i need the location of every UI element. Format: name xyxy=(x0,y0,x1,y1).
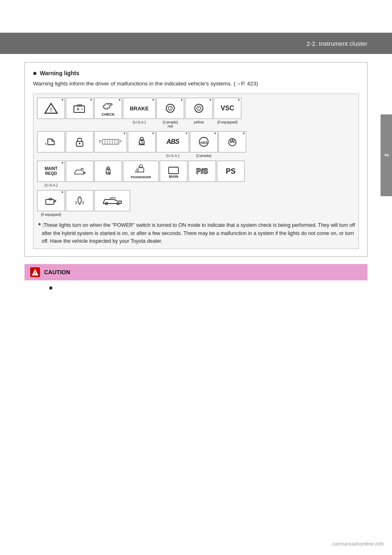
icons-row-1: * ! * xyxy=(37,97,355,129)
hybrid-icon-cell: * (if equipped) xyxy=(37,190,65,217)
svg-rect-37 xyxy=(46,199,54,204)
icons-row-3-cells: * MAINTREQD (U.S.A.) xyxy=(37,160,355,187)
svg-text:!: ! xyxy=(169,106,171,111)
warning-triangle-svg: ! xyxy=(44,102,58,114)
lock-cell xyxy=(66,131,94,152)
header-title: 2-2. Instrument cluster xyxy=(307,40,368,47)
seatbelt2-cell xyxy=(94,161,122,182)
engine-svg xyxy=(101,100,116,112)
oil-can-icon-cell xyxy=(65,160,94,183)
star-6: * xyxy=(209,98,211,103)
oil-can-svg xyxy=(72,165,87,177)
header-bar: 2-2. Instrument cluster xyxy=(0,33,392,54)
water-temp-svg xyxy=(72,195,87,207)
ps-slash-text: P/S xyxy=(196,167,208,176)
power-icon-cell: * xyxy=(218,131,247,154)
brake-text: BRAKE xyxy=(130,105,149,112)
star-5: * xyxy=(181,98,183,103)
oil-cell xyxy=(37,131,65,152)
seatbelt2-svg xyxy=(101,165,116,177)
ps-slash-cell: P/S xyxy=(188,161,216,182)
asterisk-note-text: :These lights turn on when the "POWER" s… xyxy=(42,222,355,244)
svg-point-14 xyxy=(79,143,80,144)
warning-lights-title: Warning lights xyxy=(33,70,359,76)
yellow-icon-cell: * ! yellow xyxy=(185,97,213,124)
caution-icon: ! xyxy=(30,267,40,277)
hybrid-cell: * xyxy=(37,190,65,211)
star-7: * xyxy=(238,98,240,103)
fuel-gauge-svg: E F xyxy=(98,136,123,148)
side-tab-number: 2 xyxy=(383,154,390,157)
battery-svg xyxy=(72,102,87,114)
icons-row-4: * (if equipped) xyxy=(37,190,355,217)
check-text: CHECK xyxy=(102,112,115,116)
star-14: * xyxy=(62,191,63,195)
oil-icon-cell xyxy=(37,131,65,154)
abs-canada-cell: * ABS xyxy=(190,131,218,152)
main-text: MAIN xyxy=(169,175,178,179)
canada-red-svg: ! xyxy=(163,102,178,114)
yellow-svg: ! xyxy=(192,102,206,114)
oil-can-cell xyxy=(66,161,94,182)
main-content: Warning lights Warning lights inform the… xyxy=(0,54,392,299)
star-3: * xyxy=(119,98,120,103)
star-11: * xyxy=(214,132,216,137)
fuel-gauge-cell: * E xyxy=(94,131,127,152)
maint-reqd-icon-cell: * MAINTREQD (U.S.A.) xyxy=(37,160,65,187)
fuel-gauge-icon-cell: * E xyxy=(94,131,127,154)
svg-text:F: F xyxy=(120,139,122,143)
icons-grid: * ! * xyxy=(33,94,359,249)
warning-triangle-cell: * ! xyxy=(37,98,65,119)
star-1: * xyxy=(62,98,63,103)
yellow-cell: * ! xyxy=(185,98,213,119)
water-temp-cell xyxy=(66,190,94,211)
lock-icon-cell xyxy=(65,131,94,154)
abs-usa-text: ABS xyxy=(167,138,179,145)
seatbelt-cell: * xyxy=(128,131,156,152)
icons-row-2-cells: * E xyxy=(37,131,355,158)
caution-box: ! CAUTION xyxy=(24,264,368,280)
svg-text:!: ! xyxy=(198,106,199,111)
vsc-cell: * VSC xyxy=(214,98,241,119)
engine-check-cell: * CHECK xyxy=(94,98,122,119)
label-canada-red: (Canada)red xyxy=(156,120,185,128)
icons-row-1-cells: * ! * xyxy=(37,97,355,128)
canada-red-icon-cell: * ! (Canada)red xyxy=(156,97,185,128)
svg-text:E: E xyxy=(99,139,102,143)
label-maint-usa: (U.S.A.) xyxy=(37,183,65,187)
watermark: carmanualsonline.info xyxy=(332,541,384,547)
lock-svg xyxy=(72,136,87,148)
seatbelt-svg xyxy=(134,136,149,148)
vsc-icon-cell: * VSC (if equipped) xyxy=(213,97,242,124)
abs-usa-cell: * ABS xyxy=(156,131,189,152)
oil-svg xyxy=(44,136,58,148)
main-cell: MAIN xyxy=(160,161,187,182)
star-8: * xyxy=(124,132,125,137)
star-10: * xyxy=(186,132,187,137)
svg-point-34 xyxy=(107,167,110,170)
label-abs-usa: (U.S.A.) xyxy=(158,154,187,158)
seatbelt-icon-cell: * xyxy=(127,131,156,154)
hybrid-svg xyxy=(44,195,58,207)
star-9: * xyxy=(152,132,154,137)
svg-text:!: ! xyxy=(50,107,52,113)
svg-rect-38 xyxy=(49,198,52,200)
star-4: * xyxy=(152,98,154,103)
asterisk-symbol: ＊ xyxy=(37,222,42,228)
warning-lights-description: Warning lights inform the driver of malf… xyxy=(33,80,359,88)
vsc-text: VSC xyxy=(221,105,234,112)
star-12: * xyxy=(243,132,245,137)
icons-row-2: * E xyxy=(37,131,355,159)
battery-icon-cell: * xyxy=(65,97,94,120)
engine-check-icon-cell: * CHECK xyxy=(94,97,122,120)
power-svg xyxy=(225,136,240,148)
ps-icon-cell: PS xyxy=(216,160,245,183)
seatbelt2-icon-cell xyxy=(94,160,122,183)
abs-canada-svg: ABS xyxy=(196,136,211,148)
side-tab: 2 xyxy=(381,114,392,196)
svg-text:!: ! xyxy=(34,271,36,275)
icons-row-3: * MAINTREQD (U.S.A.) xyxy=(37,160,355,188)
svg-text:ABS: ABS xyxy=(199,141,207,145)
water-temp-icon-cell xyxy=(65,190,94,213)
hood-icon-cell xyxy=(94,190,131,213)
